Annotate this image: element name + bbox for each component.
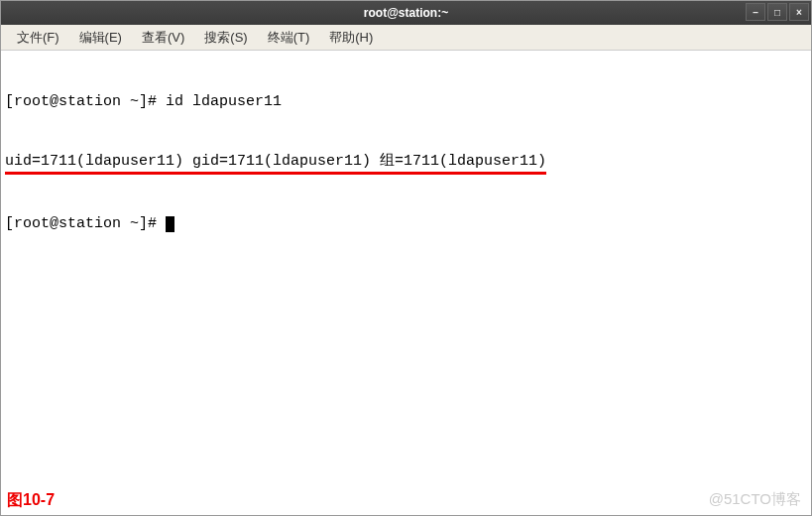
window-controls: – □ × [746, 3, 809, 21]
terminal-line-2: uid=1711(ldapuser11) gid=1711(ldapuser11… [5, 152, 807, 175]
menu-help[interactable]: 帮助(H) [319, 26, 383, 50]
id-output-underline: uid=1711(ldapuser11) gid=1711(ldapuser11… [5, 152, 546, 175]
terminal-area[interactable]: [root@station ~]# id ldapuser11 uid=1711… [1, 51, 811, 276]
menu-edit[interactable]: 编辑(E) [69, 26, 132, 50]
cursor-icon [166, 216, 174, 232]
menubar: 文件(F) 编辑(E) 查看(V) 搜索(S) 终端(T) 帮助(H) [1, 25, 811, 51]
prompt: [root@station ~]# [5, 215, 166, 232]
menu-terminal[interactable]: 终端(T) [258, 26, 320, 50]
titlebar[interactable]: root@station:~ – □ × [1, 1, 811, 25]
minimize-button[interactable]: – [746, 3, 765, 21]
menu-search[interactable]: 搜索(S) [194, 26, 257, 50]
menu-file[interactable]: 文件(F) [7, 26, 69, 50]
figure-label: 图10-7 [7, 490, 55, 511]
maximize-button[interactable]: □ [767, 3, 787, 21]
menu-view[interactable]: 查看(V) [132, 26, 194, 50]
terminal-line-3: [root@station ~]# [5, 214, 807, 234]
window-title: root@station:~ [364, 6, 448, 20]
close-button[interactable]: × [789, 3, 809, 21]
terminal-window: root@station:~ – □ × 文件(F) 编辑(E) 查看(V) 搜… [0, 0, 812, 516]
watermark: @51CTO博客 [709, 490, 801, 509]
terminal-line-1: [root@station ~]# id ldapuser11 [5, 92, 807, 112]
